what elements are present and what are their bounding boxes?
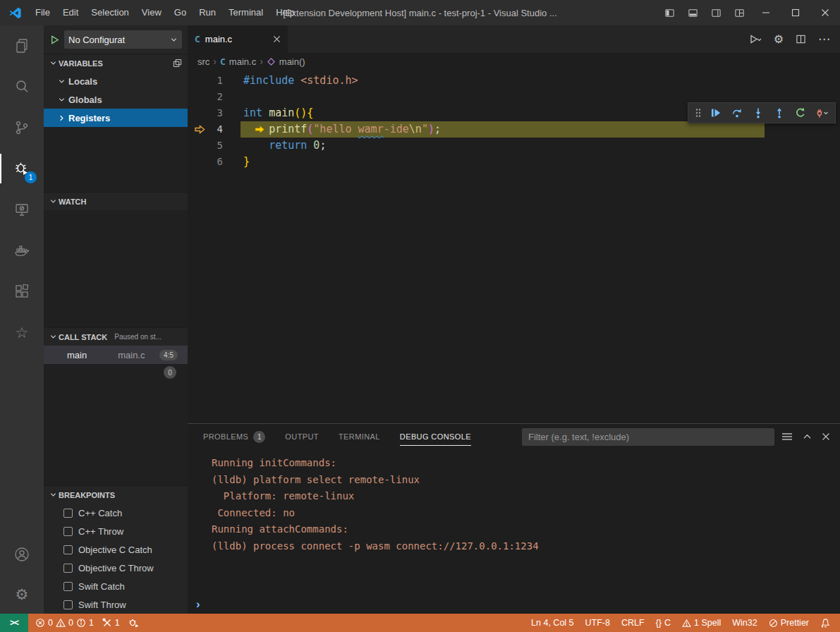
run-file-icon[interactable] xyxy=(749,34,762,45)
maximize-panel-icon[interactable] xyxy=(803,432,812,442)
panel-tab-debug-console[interactable]: DEBUG CONSOLE xyxy=(400,424,471,449)
panel-tab-output[interactable]: OUTPUT xyxy=(285,424,319,449)
tab-close-icon[interactable] xyxy=(273,35,281,43)
breakpoint-item[interactable]: Objective C Throw xyxy=(44,559,188,577)
watch-section-header[interactable]: WATCH xyxy=(44,192,188,210)
toolbar-grip-icon[interactable] xyxy=(693,104,704,122)
eol-sequence[interactable]: CRLF xyxy=(618,618,648,628)
console-filter-input[interactable] xyxy=(522,428,774,446)
run-and-debug-icon[interactable]: 1 xyxy=(0,148,44,189)
remote-explorer-icon[interactable] xyxy=(0,189,44,230)
debug-pointer-inline-icon xyxy=(255,125,265,134)
breakpoint-item[interactable]: C++ Catch xyxy=(44,504,188,522)
editor-gear-icon[interactable]: ⚙ xyxy=(774,34,784,45)
console-input-row[interactable]: › xyxy=(188,595,840,614)
notifications-bell[interactable] xyxy=(817,618,834,628)
toggle-sidebar-icon[interactable] xyxy=(658,0,681,25)
debug-sidebar-toolbar: No Configurat xyxy=(44,25,188,54)
account-icon[interactable] xyxy=(0,535,44,574)
breadcrumb-item[interactable]: src xyxy=(197,56,209,67)
code-line[interactable]: 5 return 0; xyxy=(188,138,840,154)
bell-icon xyxy=(820,618,831,628)
filter-lines-icon[interactable] xyxy=(781,432,793,442)
toggle-secondary-sidebar-icon[interactable] xyxy=(705,0,728,25)
menu-view[interactable]: View xyxy=(135,4,168,22)
breakpoints-section-header[interactable]: BREAKPOINTS xyxy=(44,485,188,504)
star-icon[interactable]: ☆ xyxy=(0,312,44,353)
maximize-button[interactable] xyxy=(781,0,810,25)
breakpoint-checkbox[interactable] xyxy=(63,527,73,536)
breakpoint-checkbox[interactable] xyxy=(63,564,73,573)
console-line: Running attachCommands: xyxy=(212,521,840,538)
search-icon[interactable] xyxy=(0,66,44,107)
settings-gear-icon[interactable]: ⚙ xyxy=(0,574,44,614)
variables-item-locals[interactable]: Locals xyxy=(44,72,188,90)
copy-value-icon[interactable] xyxy=(173,59,182,68)
breakpoint-checkbox[interactable] xyxy=(63,600,73,609)
call-stack-frame[interactable]: mainmain.c4:5 xyxy=(44,346,188,364)
step-out-icon[interactable] xyxy=(770,104,789,122)
language-mode[interactable]: {} C xyxy=(652,618,674,628)
breakpoint-checkbox[interactable] xyxy=(63,582,73,591)
panel-tab-problems[interactable]: PROBLEMS1 xyxy=(203,424,265,449)
spell-checker-status[interactable]: 1 Spell xyxy=(678,618,724,628)
panel-tab-terminal[interactable]: TERMINAL xyxy=(339,424,380,449)
source-control-icon[interactable] xyxy=(0,107,44,148)
extensions-icon[interactable] xyxy=(0,271,44,312)
cursor-position[interactable]: Ln 4, Col 5 xyxy=(528,618,577,628)
debug-config-dropdown[interactable]: No Configurat xyxy=(64,30,182,49)
menu-run[interactable]: Run xyxy=(193,4,222,22)
code-line[interactable]: 1#include <stdio.h> xyxy=(188,73,840,89)
menu-go[interactable]: Go xyxy=(168,4,193,22)
menu-selection[interactable]: Selection xyxy=(85,4,135,22)
encoding[interactable]: UTF-8 xyxy=(582,618,614,628)
menu-file[interactable]: File xyxy=(29,4,56,22)
customize-layout-icon[interactable] xyxy=(728,0,751,25)
code-line[interactable]: 4 printf("hello wamr-ide\n"); xyxy=(188,121,840,138)
continue-icon[interactable] xyxy=(707,104,725,122)
titlebar: FileEditSelectionViewGoRunTerminalHelp [… xyxy=(0,0,840,25)
restart-icon[interactable] xyxy=(791,104,810,122)
variables-item-registers[interactable]: Registers xyxy=(44,109,188,127)
variables-section-header[interactable]: VARIABLES xyxy=(44,54,188,72)
breakpoint-checkbox[interactable] xyxy=(63,545,73,554)
start-debug-icon[interactable] xyxy=(49,35,60,45)
split-editor-icon[interactable] xyxy=(796,34,806,44)
tab-main-c[interactable]: C main.c xyxy=(188,25,288,53)
debug-status[interactable] xyxy=(125,618,143,628)
titlebar-controls xyxy=(658,0,840,25)
tools-status[interactable]: 1 xyxy=(99,618,123,628)
more-actions-icon[interactable]: ⋯ xyxy=(818,33,830,45)
code-line[interactable]: 6} xyxy=(188,154,840,170)
breakpoint-checkbox[interactable] xyxy=(63,509,73,518)
breakpoint-item[interactable]: Swift Catch xyxy=(44,577,188,595)
step-into-icon[interactable] xyxy=(749,104,767,122)
minimize-button[interactable] xyxy=(751,0,781,25)
formatter-status[interactable]: Prettier xyxy=(765,618,812,628)
variables-item-globals[interactable]: Globals xyxy=(44,90,188,109)
editor-actions: ⚙ ⋯ xyxy=(749,25,840,53)
explorer-icon[interactable] xyxy=(0,25,44,66)
call-stack-section-header[interactable]: CALL STACK Paused on st... xyxy=(44,327,188,346)
close-panel-icon[interactable] xyxy=(822,432,830,441)
close-button[interactable] xyxy=(810,0,840,25)
toggle-panel-icon[interactable] xyxy=(681,0,705,25)
breakpoint-item[interactable]: C++ Throw xyxy=(44,522,188,540)
docker-icon[interactable] xyxy=(0,230,44,271)
line-content: return 0; xyxy=(241,138,326,154)
call-stack-status: Paused on st... xyxy=(114,333,162,341)
disconnect-icon[interactable] xyxy=(812,104,831,122)
step-over-icon[interactable] xyxy=(728,104,746,122)
platform-status[interactable]: Win32 xyxy=(729,618,760,628)
remote-indicator[interactable]: >< xyxy=(0,614,28,632)
code-editor[interactable]: 1#include <stdio.h>23int main(){4 printf… xyxy=(188,70,840,423)
breadcrumb-item[interactable]: Cmain.c xyxy=(220,56,256,67)
bottom-panel: PROBLEMS1OUTPUTTERMINALDEBUG CONSOLE Run… xyxy=(188,423,840,614)
menu-terminal[interactable]: Terminal xyxy=(222,4,269,22)
breakpoint-item[interactable]: Swift Throw xyxy=(44,595,188,614)
problems-status[interactable]: 0 0 1 xyxy=(32,618,97,628)
breadcrumb-item[interactable]: main() xyxy=(267,56,305,67)
breakpoint-item[interactable]: Objective C Catch xyxy=(44,540,188,559)
debug-console-output[interactable]: Running initCommands:(lldb) platform sel… xyxy=(188,449,840,595)
menu-edit[interactable]: Edit xyxy=(56,4,85,22)
